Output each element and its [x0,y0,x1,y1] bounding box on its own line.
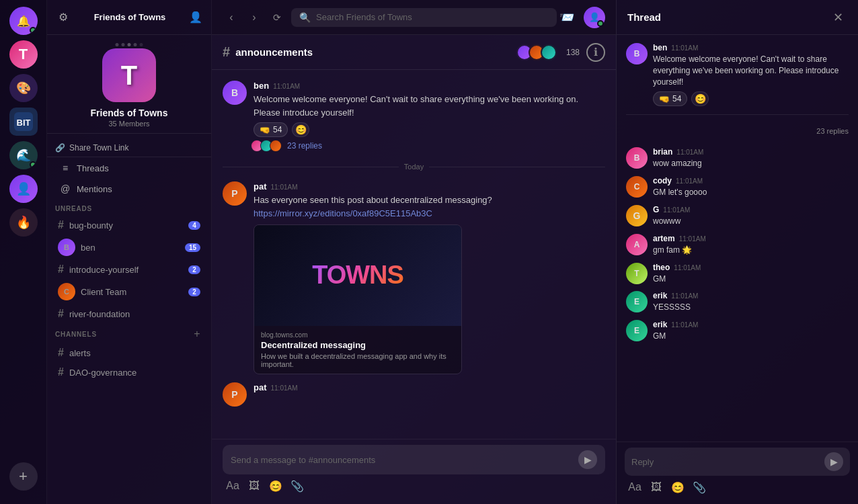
reaction-count: 54 [672,94,681,103]
channel-name: river-foundation [69,309,130,319]
thread-input-toolbar: Aa 🖼 😊 📎 [625,476,850,496]
replies-count: 23 replies [287,141,322,151]
replies-link[interactable]: 23 replies [254,140,605,152]
message-avatar-ben: B [223,81,247,105]
thread-reply-time: 11:01AM [671,292,698,300]
channel-name: ben [81,243,95,253]
sidebar-icon-server2[interactable]: 🎨 [9,74,38,102]
hash-icon: # [58,219,64,231]
channel-dao-governance[interactable]: # DAO-governance [51,363,207,382]
emoji-button[interactable]: 😊 [267,477,284,495]
add-reaction-thread-button[interactable]: 😊 [691,91,709,106]
mentions-label: Mentions [77,184,112,194]
channel-list: T Friends of Towns 35 Members 🔗 Share To… [47,35,211,504]
attach-media-button[interactable]: 🖼 [245,477,263,495]
channel-bug-bounty[interactable]: # bug-bounty 4 [51,216,207,235]
message-group: B ben 11:01AM Welcome welcome everyone! … [223,81,605,152]
thread-time: 11:01AM [671,44,698,52]
nav-back-button[interactable]: ‹ [223,9,240,26]
message-avatar-pat2: P [223,382,247,407]
icon-sidebar: 🔔 T 🎨 BIT 🌊 👤 � [0,0,47,504]
thread-media-button[interactable]: 🖼 [648,478,665,496]
unread-badge: 4 [188,221,200,230]
thread-reply-user: G [653,205,659,214]
server-name: Friends of Towns [91,108,168,118]
member-avatars [520,44,557,60]
nav-forward-button[interactable]: › [245,9,263,26]
thread-avatar-erik1: E [626,291,648,312]
history-button[interactable]: ⟳ [268,9,286,26]
message-username: ben [254,81,269,91]
dm-icon-topbar[interactable]: 📨 [557,7,577,28]
server-members: 35 Members [108,120,149,128]
server-name-header: Friends of Towns [94,12,166,22]
hash-icon: # [58,366,64,378]
chat-input[interactable] [231,455,573,465]
svg-text:BIT: BIT [16,118,30,128]
thread-reply: A artem 11:01AM gm fam 🌟 [626,234,849,256]
reaction-item[interactable]: 🤜 54 [254,122,288,137]
close-thread-button[interactable]: ✕ [828,8,847,27]
nav-threads[interactable]: ≡ Threads [51,158,207,178]
channel-sidebar: ⚙ Friends of Towns 👤 [47,0,212,504]
thread-reply-user: brian [653,147,672,157]
thread-reaction[interactable]: 🤜 54 [653,91,687,106]
thread-emoji-button[interactable]: 😊 [669,478,687,496]
format-text-button[interactable]: Aa [224,477,241,495]
thread-reply-user: erik [653,320,667,329]
date-divider: Today [223,163,605,171]
sidebar-icon-server3[interactable]: 🌊 [9,141,38,169]
chat-header: # announcements 138 ℹ [212,35,616,70]
sidebar-icon-notifications[interactable]: 🔔 [9,7,38,35]
channel-river-foundation[interactable]: # river-foundation [51,304,207,323]
thread-reply: G G 11:01AM wowww [626,205,849,227]
unread-badge: 2 [188,288,200,296]
message-text: Has everyone seen this post about decent… [254,194,605,207]
thread-reply-user: artem [653,234,675,243]
message-content: pat 11:01AM [254,382,605,407]
thread-reply-text: GM [653,274,849,285]
message-content: pat 11:01AM Has everyone seen this post … [254,181,605,374]
thread-attach-button[interactable]: 📎 [691,478,708,496]
sidebar-icon-server5[interactable]: 🔥 [9,208,38,237]
send-button[interactable]: ▶ [578,450,597,469]
reaction-count: 54 [273,125,282,134]
info-button[interactable]: ℹ [586,43,605,62]
add-server-button[interactable]: + [9,462,38,491]
thread-send-button[interactable]: ▶ [824,452,843,471]
add-reaction-button[interactable]: 😊 [292,122,309,137]
thread-format-button[interactable]: Aa [626,478,644,496]
share-town-link[interactable]: 🔗 Share Town Link [47,139,211,157]
message-text: Welcome welcome everyone! Can't wait to … [254,93,605,119]
sidebar-icon-main-server[interactable]: T [9,40,38,69]
sidebar-icon-server4[interactable]: 👤 [9,175,38,203]
channel-name: introduce-yourself [69,265,139,275]
preview-image: TOWNS [254,225,461,326]
channel-introduce-yourself[interactable]: # introduce-yourself 2 [51,260,207,279]
attach-file-button[interactable]: 📎 [288,477,306,495]
thread-user: ben [653,43,667,52]
server-invite-icon[interactable]: 👤 [187,9,204,26]
settings-button[interactable]: ⚙ [54,8,73,27]
channel-ben-dm[interactable]: B ben 15 [51,235,207,259]
user-avatar-topbar[interactable]: 👤 [584,7,605,28]
thread-reply-time: 11:01AM [679,235,706,243]
share-link-label: Share Town Link [69,143,129,153]
search-input[interactable] [316,12,549,22]
message-username: pat [254,181,267,192]
server-logo: T [102,48,156,102]
thread-replies-count: 23 replies [626,127,849,135]
thread-title: Thread [627,11,661,23]
nav-mentions[interactable]: @ Mentions [51,179,207,199]
message-time: 11:01AM [273,83,300,90]
thread-reply: C cody 11:01AM GM let's goooo [626,176,849,198]
channel-client-team[interactable]: C Client Team 2 [51,280,207,304]
add-channel-button[interactable]: + [191,328,203,340]
hash-icon: # [58,308,64,320]
message-link[interactable]: https://mirror.xyz/editions/0xaf89C5E115… [254,208,432,218]
search-bar[interactable]: 🔍 [291,8,557,27]
thread-reply-input[interactable] [631,457,820,467]
channel-alerts[interactable]: # alerts [51,343,207,362]
member-count: 138 [566,48,580,57]
sidebar-icon-labs[interactable]: BIT [9,108,38,136]
